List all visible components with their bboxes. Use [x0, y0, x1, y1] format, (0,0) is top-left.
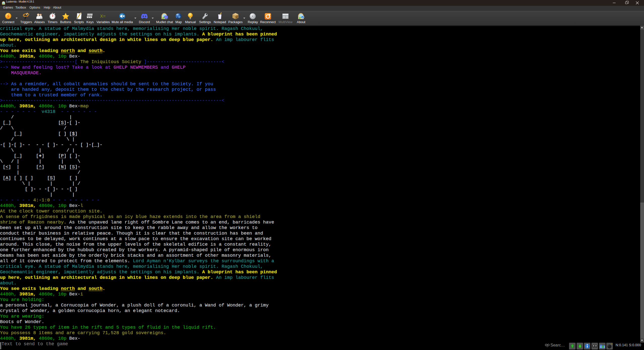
svg-text:X=: X= [100, 14, 106, 19]
svg-text:i: i [302, 16, 303, 19]
svg-text:P: P [236, 16, 238, 19]
